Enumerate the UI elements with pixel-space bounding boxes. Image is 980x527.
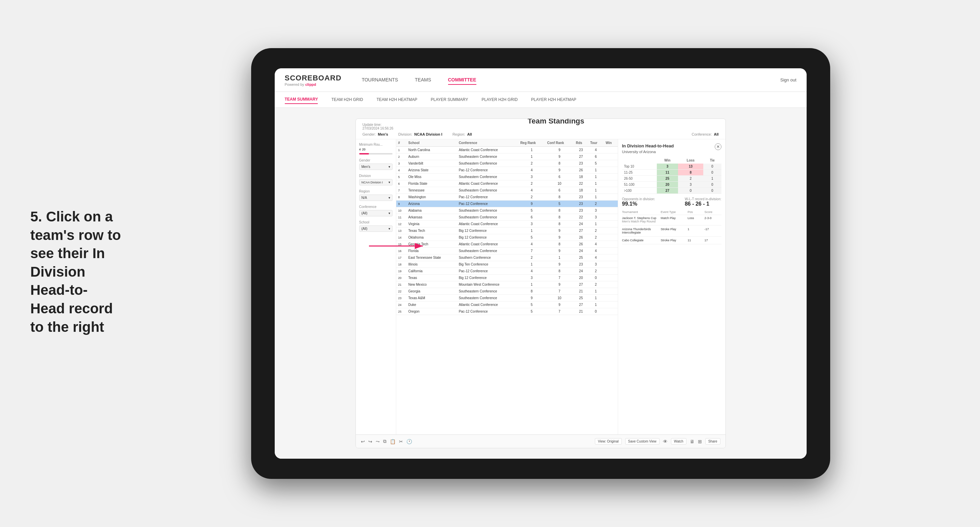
table-row[interactable]: 10 Alabama Southeastern Conference 5 8 2… <box>396 207 618 214</box>
subnav-player-h2h-grid[interactable]: PLAYER H2H GRID <box>481 95 517 104</box>
main-content: Update time: 27/03/2024 16:56:26 Team St… <box>275 108 807 459</box>
nav-committee[interactable]: COMMITTEE <box>448 75 476 85</box>
table-row[interactable]: 18 Illinois Big Ten Conference 1 9 23 3 <box>396 261 618 268</box>
cell-school: Ole Miss <box>406 174 457 180</box>
table-row[interactable]: 14 Oklahoma Big 12 Conference 5 9 26 2 <box>396 234 618 241</box>
col-rds: Rds <box>574 139 588 147</box>
cell-conf-rank: 9 <box>545 261 574 268</box>
save-custom-view-button[interactable]: Save Custom View <box>625 438 660 444</box>
wlt-row-100plus[interactable]: >100 27 0 0 <box>622 188 721 194</box>
cell-school: Virginia <box>406 221 457 227</box>
region-filter-value[interactable]: N/A ▾ <box>359 195 393 201</box>
table-row[interactable]: 3 Vanderbilt Southeastern Conference 2 8… <box>396 160 618 167</box>
table-row[interactable]: 2 Auburn Southeastern Conference 1 9 27 … <box>396 154 618 160</box>
tie-top10: 0 <box>703 163 721 170</box>
cell-num: 21 <box>396 281 406 288</box>
wlt-row-51-100[interactable]: 51-100 20 3 0 <box>622 182 721 188</box>
cell-reg-rank: 1 <box>518 227 545 234</box>
nav-teams[interactable]: TEAMS <box>415 75 431 85</box>
cell-tour: 2 <box>588 268 604 275</box>
wlt-row-11-25[interactable]: 11-25 11 8 0 <box>622 170 721 176</box>
cell-num: 18 <box>396 261 406 268</box>
win-26-50: 25 <box>657 176 678 182</box>
share-button[interactable]: Share <box>705 438 721 444</box>
conference-filter-sidebar: Conference (All) ▾ <box>359 205 393 216</box>
table-row[interactable]: 4 Arizona State Pac-12 Conference 4 9 26… <box>396 167 618 174</box>
min-rounds-slider[interactable] <box>359 153 393 154</box>
cell-win <box>604 275 618 281</box>
tournament-row-1[interactable]: Jackson T. Stephens Cup Men's Match Play… <box>622 216 721 225</box>
table-row[interactable]: 1 North Carolina Atlantic Coast Conferen… <box>396 147 618 154</box>
wlt-row-top10[interactable]: Top 10 3 13 0 <box>622 163 721 170</box>
undo-icon[interactable]: ↩ <box>361 439 365 444</box>
table-row[interactable]: 17 East Tennessee State Southern Confere… <box>396 254 618 261</box>
paste-icon[interactable]: 📋 <box>390 439 396 444</box>
cell-reg-rank: 2 <box>518 194 545 200</box>
table-row[interactable]: 9 Arizona Pac-12 Conference 9 5 23 2 <box>396 200 618 207</box>
cell-school: Arizona State <box>406 167 457 174</box>
grid-icon[interactable]: ⊞ <box>698 439 702 444</box>
table-row[interactable]: 21 New Mexico Mountain West Conference 1… <box>396 281 618 288</box>
cell-win <box>604 221 618 227</box>
cell-reg-rank: 2 <box>518 180 545 187</box>
forward-icon[interactable]: ⤳ <box>376 439 380 444</box>
tournament-pos-1: Loss <box>688 216 705 223</box>
sign-out-button[interactable]: Sign out <box>780 78 797 83</box>
cell-num: 3 <box>396 160 406 167</box>
watch-button[interactable]: Watch <box>671 438 686 444</box>
cell-win <box>604 288 618 295</box>
table-row[interactable]: 12 Virginia Atlantic Coast Conference 3 … <box>396 221 618 227</box>
copy-icon[interactable]: ⧉ <box>383 438 387 444</box>
opponents-label: Opponents in division: <box>622 197 655 201</box>
table-row[interactable]: 16 Florida Southeastern Conference 7 9 2… <box>396 248 618 254</box>
wlt-row-26-50[interactable]: 26-50 25 2 1 <box>622 176 721 182</box>
cell-num: 15 <box>396 241 406 248</box>
table-row[interactable]: 23 Texas A&M Southeastern Conference 9 1… <box>396 295 618 302</box>
clock-icon[interactable]: 🕐 <box>406 439 412 444</box>
tournament-pos-3: 11 <box>688 239 705 242</box>
gender-filter-value[interactable]: Men's ▾ <box>359 163 393 170</box>
win-11-25: 11 <box>657 170 678 176</box>
view-original-button[interactable]: View: Original <box>595 438 622 444</box>
redo-icon[interactable]: ↪ <box>368 439 372 444</box>
tournament-row-3[interactable]: Cabo Collegiate Stroke Play 11 17 <box>622 239 721 244</box>
table-row[interactable]: 7 Tennessee Southeastern Conference 4 6 … <box>396 187 618 194</box>
cell-rds: 22 <box>574 180 588 187</box>
cell-school: Duke <box>406 302 457 308</box>
table-row[interactable]: 22 Georgia Southeastern Conference 8 7 2… <box>396 288 618 295</box>
nav-tournaments[interactable]: TOURNAMENTS <box>361 75 398 85</box>
cell-conf-rank: 10 <box>545 295 574 302</box>
table-row[interactable]: 25 Oregon Pac-12 Conference 5 7 21 0 <box>396 308 618 315</box>
table-row[interactable]: 20 Texas Big 12 Conference 3 7 20 0 <box>396 275 618 281</box>
table-row[interactable]: 13 Texas Tech Big 12 Conference 1 9 27 2 <box>396 227 618 234</box>
table-row[interactable]: 11 Arkansas Southeastern Conference 6 8 … <box>396 214 618 221</box>
cell-conference: Pac-12 Conference <box>457 200 519 207</box>
conference-filter-value[interactable]: (All) ▾ <box>359 210 393 216</box>
scissors-icon[interactable]: ✂ <box>399 439 403 444</box>
cell-tour: 3 <box>588 207 604 214</box>
screen-icon[interactable]: 🖥 <box>690 439 695 444</box>
table-row[interactable]: 6 Florida State Atlantic Coast Conferenc… <box>396 180 618 187</box>
update-time-label: Update time: <box>363 123 393 127</box>
cell-conf-rank: 9 <box>545 154 574 160</box>
cell-reg-rank: 4 <box>518 268 545 275</box>
table-row[interactable]: 19 California Pac-12 Conference 4 8 24 2 <box>396 268 618 275</box>
subnav-team-summary[interactable]: TEAM SUMMARY <box>285 95 318 104</box>
cell-conf-rank: 8 <box>545 160 574 167</box>
subnav-team-h2h-grid[interactable]: TEAM H2H GRID <box>331 95 363 104</box>
subnav-player-h2h-heatmap[interactable]: PLAYER H2H HEATMAP <box>531 95 576 104</box>
division-label: Division: <box>398 132 412 136</box>
cell-win <box>604 214 618 221</box>
table-row[interactable]: 15 Georgia Tech Atlantic Coast Conferenc… <box>396 241 618 248</box>
division-filter-value[interactable]: NCAA Division I ▾ <box>359 179 393 186</box>
panel-close-button[interactable]: ✕ <box>715 143 721 150</box>
table-row[interactable]: 8 Washington Pac-12 Conference 2 8 23 1 <box>396 194 618 200</box>
tournament-row-2[interactable]: Arizona Thunderbirds Intercollegiate Str… <box>622 227 721 237</box>
cell-conf-rank: 8 <box>545 268 574 275</box>
table-row[interactable]: 5 Ole Miss Southeastern Conference 3 6 1… <box>396 174 618 180</box>
subnav-team-h2h-heatmap[interactable]: TEAM H2H HEATMAP <box>376 95 417 104</box>
slider-fill <box>359 153 369 154</box>
school-filter-value[interactable]: (All) ▾ <box>359 225 393 232</box>
subnav-player-summary[interactable]: PLAYER SUMMARY <box>431 95 468 104</box>
table-row[interactable]: 24 Duke Atlantic Coast Conference 5 9 27… <box>396 302 618 308</box>
